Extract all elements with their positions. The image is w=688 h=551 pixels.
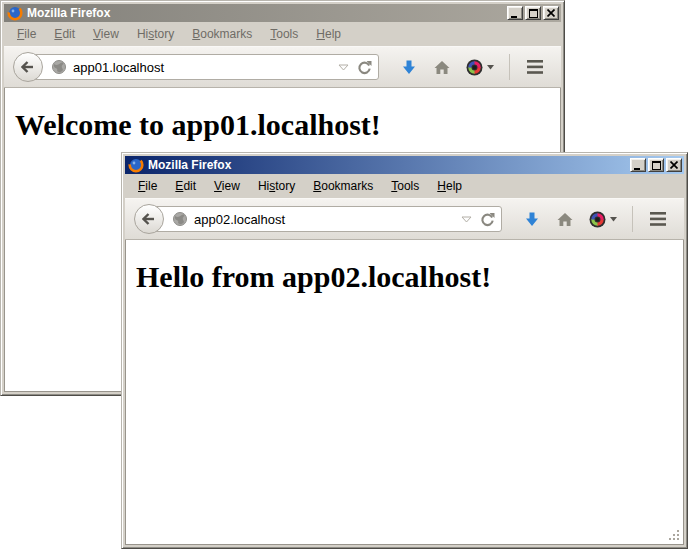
urlbar-dropdown-icon[interactable] (461, 216, 472, 223)
url-text: app02.localhost (194, 212, 461, 227)
firefox-icon (7, 5, 23, 21)
download-button[interactable] (393, 60, 425, 75)
menu-item-bookmarks[interactable]: Bookmarks (183, 24, 261, 44)
close-button[interactable] (666, 158, 682, 172)
close-icon (547, 9, 555, 17)
maximize-button[interactable] (648, 158, 664, 172)
urlbar-container: app02.localhost (134, 204, 502, 234)
menu-button[interactable] (518, 60, 552, 74)
menu-item-tools[interactable]: Tools (261, 24, 307, 44)
download-button[interactable] (516, 212, 548, 227)
addon-button[interactable] (582, 211, 624, 228)
maximize-icon (529, 9, 538, 18)
titlebar[interactable]: Mozilla Firefox (125, 156, 684, 174)
menu-item-help[interactable]: Help (428, 176, 471, 196)
toolbar-buttons (516, 206, 675, 232)
page-heading: Hello from app02.localhost! (136, 260, 683, 294)
menu-item-help[interactable]: Help (307, 24, 350, 44)
globe-icon (172, 211, 188, 227)
navigation-toolbar: app01.localhost (4, 46, 561, 88)
menu-bar: FileEditViewHistoryBookmarksToolsHelp (125, 174, 684, 198)
navigation-toolbar: app02.localhost (125, 198, 684, 240)
titlebar[interactable]: Mozilla Firefox (4, 4, 561, 22)
menu-item-edit[interactable]: Edit (166, 176, 205, 196)
menu-item-file[interactable]: File (8, 24, 45, 44)
back-icon (21, 61, 35, 73)
back-icon (142, 213, 156, 225)
addon-button[interactable] (459, 59, 501, 76)
window-title: Mozilla Firefox (27, 6, 507, 20)
browser-window-app02: Mozilla Firefox FileEditViewHistoryBookm… (121, 152, 688, 549)
urlbar-container: app01.localhost (13, 52, 379, 82)
menu-item-view[interactable]: View (84, 24, 128, 44)
close-icon (670, 161, 678, 169)
addon-color-wheel-icon (589, 211, 606, 228)
minimize-icon (511, 9, 519, 18)
minimize-button[interactable] (630, 158, 646, 172)
download-icon (402, 60, 416, 75)
url-input[interactable]: app01.localhost (28, 54, 379, 80)
globe-icon (51, 59, 67, 75)
url-input[interactable]: app02.localhost (149, 206, 502, 232)
toolbar-separator (509, 54, 510, 80)
home-button[interactable] (425, 60, 459, 75)
addon-color-wheel-icon (466, 59, 483, 76)
minimize-icon (634, 161, 642, 170)
menu-icon (527, 60, 543, 74)
menu-item-edit[interactable]: Edit (45, 24, 84, 44)
menu-item-view[interactable]: View (205, 176, 249, 196)
reload-icon[interactable] (480, 212, 495, 227)
home-icon (434, 60, 450, 75)
home-icon (557, 212, 573, 227)
urlbar-dropdown-icon[interactable] (338, 64, 349, 71)
menu-bar: FileEditViewHistoryBookmarksToolsHelp (4, 22, 561, 46)
firefox-icon (128, 157, 144, 173)
url-text: app01.localhost (73, 60, 338, 75)
menu-item-bookmarks[interactable]: Bookmarks (304, 176, 382, 196)
maximize-button[interactable] (525, 6, 541, 20)
download-icon (525, 212, 539, 227)
page-heading: Welcome to app01.localhost! (15, 108, 560, 142)
back-button[interactable] (134, 204, 164, 234)
menu-item-history[interactable]: History (249, 176, 304, 196)
maximize-icon (652, 161, 661, 170)
page-content: Hello from app02.localhost! (125, 240, 684, 545)
back-button[interactable] (13, 52, 43, 82)
minimize-button[interactable] (507, 6, 523, 20)
toolbar-buttons (393, 54, 552, 80)
menu-button[interactable] (641, 212, 675, 226)
addon-dropdown-icon (610, 217, 617, 222)
menu-icon (650, 212, 666, 226)
desktop: { "windows": [ { "id": "app01", "title":… (0, 0, 688, 551)
addon-dropdown-icon (487, 65, 494, 70)
home-button[interactable] (548, 212, 582, 227)
resize-grip-icon[interactable] (667, 528, 681, 542)
close-button[interactable] (543, 6, 559, 20)
reload-icon[interactable] (357, 60, 372, 75)
toolbar-separator (632, 206, 633, 232)
menu-item-tools[interactable]: Tools (382, 176, 428, 196)
menu-item-file[interactable]: File (129, 176, 166, 196)
menu-item-history[interactable]: History (128, 24, 183, 44)
window-title: Mozilla Firefox (148, 158, 630, 172)
